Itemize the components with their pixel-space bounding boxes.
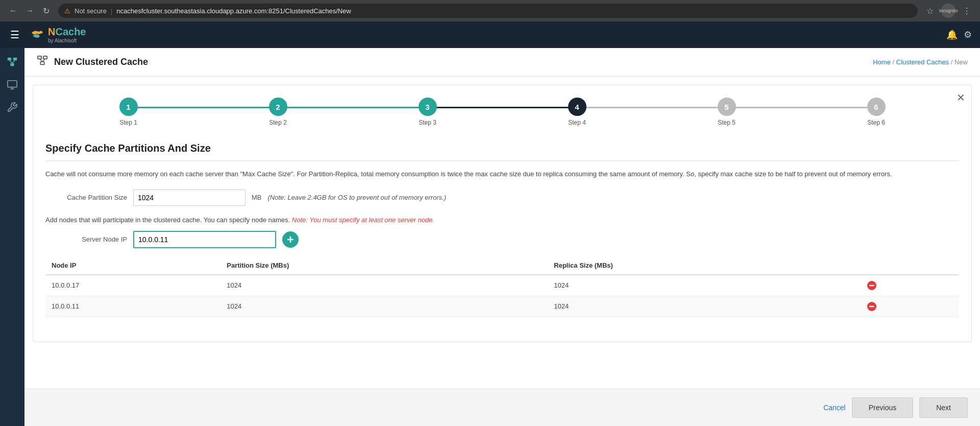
description-text: Cache will not consume more memory on ea… bbox=[45, 169, 959, 179]
step-4: 4 Step 4 bbox=[502, 98, 652, 126]
step-3-label: Step 3 bbox=[419, 119, 436, 126]
sidebar-item-cluster[interactable] bbox=[2, 52, 22, 73]
stepper: 1 Step 1 2 Step 2 3 St bbox=[45, 98, 959, 126]
previous-button[interactable]: Previous bbox=[852, 397, 913, 418]
step-1: 1 Step 1 bbox=[54, 98, 203, 126]
partition-size-row: Cache Partition Size MB (Note: Leave 2.4… bbox=[45, 190, 959, 206]
svg-rect-6 bbox=[8, 81, 17, 87]
svg-rect-10 bbox=[43, 56, 47, 59]
top-nav: ☰ NCache by Alachisoft 🔔 ⚙ bbox=[0, 21, 980, 48]
svg-rect-11 bbox=[40, 62, 44, 65]
step-2: 2 Step 2 bbox=[203, 98, 353, 126]
step-1-circle: 1 bbox=[119, 98, 138, 116]
svg-rect-3 bbox=[10, 63, 14, 66]
node-description: Add nodes that will participate in the c… bbox=[45, 216, 959, 224]
wizard-body: ✕ 1 Step 1 2 Step 2 bbox=[24, 77, 980, 389]
address-bar[interactable]: ⚠ Not secure | ncachesfcluster.southeast… bbox=[58, 4, 918, 18]
close-button[interactable]: ✕ bbox=[957, 91, 965, 104]
step-2-label: Step 2 bbox=[269, 119, 287, 126]
svg-rect-1 bbox=[8, 58, 11, 61]
security-warning-icon: ⚠ bbox=[64, 7, 70, 15]
step-5-circle: 5 bbox=[718, 98, 736, 116]
url-text: ncachesfcluster.southeastasia.cloudapp.a… bbox=[116, 7, 351, 15]
breadcrumb: Home / Clustered Caches / New bbox=[873, 58, 968, 66]
cell-node-ip: 10.0.0.11 bbox=[45, 296, 220, 317]
browser-chrome: ← → ↻ ⚠ Not secure | ncachesfcluster.sou… bbox=[0, 0, 980, 21]
partition-size-unit: MB bbox=[252, 194, 262, 201]
add-node-button[interactable] bbox=[282, 231, 299, 248]
cell-node-ip: 10.0.0.17 bbox=[45, 275, 220, 296]
section-title: Specify Cache Partitions And Size bbox=[45, 143, 959, 161]
page-title-icon bbox=[37, 55, 48, 69]
cell-actions bbox=[861, 296, 959, 317]
svg-rect-9 bbox=[38, 56, 41, 59]
back-button[interactable]: ← bbox=[6, 4, 20, 18]
step-5: 5 Step 5 bbox=[652, 98, 801, 126]
partition-size-input[interactable] bbox=[133, 190, 246, 206]
hamburger-button[interactable]: ☰ bbox=[8, 27, 21, 43]
wizard-card: ✕ 1 Step 1 2 Step 2 bbox=[33, 85, 972, 342]
cell-replica-size: 1024 bbox=[548, 296, 861, 317]
svg-line-5 bbox=[12, 60, 15, 63]
reload-button[interactable]: ↻ bbox=[39, 4, 53, 18]
server-node-label: Server Node IP bbox=[45, 235, 127, 243]
remove-node-button[interactable] bbox=[867, 301, 877, 312]
step-6-circle: 6 bbox=[867, 98, 886, 116]
cancel-link[interactable]: Cancel bbox=[823, 404, 846, 412]
nodes-table: Node IP Partition Size (MBs) Replica Siz… bbox=[45, 256, 959, 317]
sidebar bbox=[0, 48, 24, 426]
step-6-label: Step 6 bbox=[867, 119, 885, 126]
forward-button[interactable]: → bbox=[22, 4, 37, 18]
page-title: New Clustered Cache bbox=[54, 57, 148, 67]
step-3: 3 Step 3 bbox=[353, 98, 502, 126]
step-2-circle: 2 bbox=[269, 98, 287, 116]
server-node-input[interactable] bbox=[133, 231, 276, 248]
table-row: 10.0.0.1710241024 bbox=[45, 275, 959, 296]
breadcrumb-section[interactable]: Clustered Caches bbox=[896, 58, 949, 66]
notification-button[interactable]: 🔔 bbox=[946, 29, 958, 40]
sidebar-item-tools[interactable] bbox=[2, 97, 22, 117]
table-row: 10.0.0.1110241024 bbox=[45, 296, 959, 317]
logo-icon bbox=[28, 26, 46, 44]
star-button[interactable]: ☆ bbox=[923, 4, 937, 18]
step-4-circle: 4 bbox=[568, 98, 586, 116]
col-actions bbox=[861, 256, 959, 275]
col-node-ip: Node IP bbox=[45, 256, 220, 275]
partition-size-label: Cache Partition Size bbox=[45, 194, 127, 201]
step-5-label: Step 5 bbox=[718, 119, 736, 126]
page-header: New Clustered Cache Home / Clustered Cac… bbox=[24, 48, 980, 77]
cell-actions bbox=[861, 275, 959, 296]
svg-rect-2 bbox=[13, 58, 17, 61]
profile-label: Incognito bbox=[939, 8, 958, 13]
breadcrumb-current: New bbox=[954, 58, 968, 66]
node-add-row: Server Node IP bbox=[45, 231, 959, 248]
logo: NCache by Alachisoft bbox=[28, 26, 86, 44]
cell-replica-size: 1024 bbox=[548, 275, 861, 296]
col-replica-size: Replica Size (MBs) bbox=[548, 256, 861, 275]
sidebar-item-monitor[interactable] bbox=[2, 75, 22, 95]
wizard-footer: Cancel Previous Next bbox=[24, 389, 980, 426]
svg-line-4 bbox=[10, 60, 13, 63]
cell-partition-size: 1024 bbox=[220, 296, 548, 317]
partition-size-note: (Note: Leave 2.4GB for OS to prevent out… bbox=[268, 194, 447, 201]
breadcrumb-home[interactable]: Home bbox=[873, 58, 891, 66]
node-required-note: Note: You must specify at least one serv… bbox=[292, 216, 434, 224]
logo-text: NCache bbox=[48, 26, 86, 38]
step-3-circle: 3 bbox=[419, 98, 437, 116]
not-secure-label: Not secure bbox=[75, 7, 107, 15]
content-area: New Clustered Cache Home / Clustered Cac… bbox=[24, 48, 980, 426]
logo-sub: by Alachisoft bbox=[48, 38, 86, 43]
settings-button[interactable]: ⚙ bbox=[964, 29, 972, 40]
step-4-label: Step 4 bbox=[568, 119, 586, 126]
step-6: 6 Step 6 bbox=[801, 98, 951, 126]
remove-node-button[interactable] bbox=[867, 280, 877, 291]
step-1-label: Step 1 bbox=[119, 119, 137, 126]
col-partition-size: Partition Size (MBs) bbox=[220, 256, 548, 275]
profile-button[interactable]: Incognito bbox=[941, 4, 955, 18]
next-button[interactable]: Next bbox=[919, 397, 968, 418]
cell-partition-size: 1024 bbox=[220, 275, 548, 296]
menu-button[interactable]: ⋮ bbox=[960, 4, 974, 18]
